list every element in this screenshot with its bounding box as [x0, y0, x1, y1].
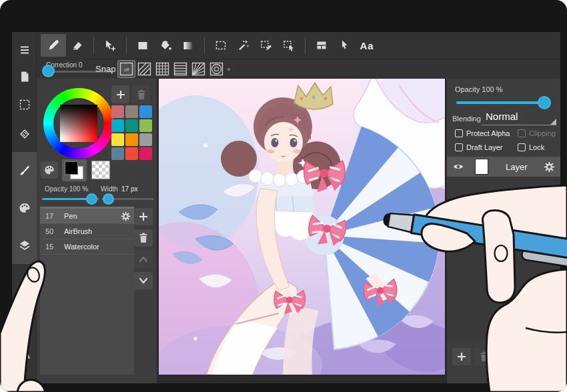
palette-popup-button[interactable] [41, 161, 58, 179]
color-swatch[interactable] [139, 133, 152, 146]
add-layer-button[interactable] [452, 348, 471, 365]
brush-row-pen[interactable]: 17 Pen [40, 209, 134, 224]
color-swatch[interactable] [139, 147, 152, 160]
divide-tool-button[interactable] [310, 35, 333, 56]
delete-brush-button[interactable] [134, 229, 153, 247]
layer-opacity-knob[interactable] [538, 96, 551, 109]
add-brush-button[interactable] [134, 208, 153, 225]
snap-vanishing-point-button[interactable] [190, 61, 207, 77]
foreground-background-chip[interactable] [62, 159, 87, 181]
marquee-icon [214, 39, 227, 52]
sidebar-item-select[interactable] [12, 93, 37, 116]
brush-move-up-button[interactable] [134, 251, 153, 268]
snap-concentric-button[interactable] [208, 61, 225, 77]
color-swatch[interactable] [139, 119, 152, 132]
color-swatch[interactable] [111, 105, 124, 118]
layer-thumbnail [475, 159, 488, 175]
layer-name: Layer [506, 162, 544, 172]
delete-swatch-button[interactable] [132, 85, 150, 103]
color-swatch[interactable] [125, 133, 138, 146]
sidebar-item-brush[interactable] [12, 152, 37, 189]
transparent-color-chip[interactable] [91, 161, 110, 179]
delete-layer-button[interactable] [475, 348, 494, 365]
sidebar-item-redo[interactable] [12, 308, 37, 331]
sidebar-item-undo[interactable] [12, 344, 37, 367]
shape-tool-button[interactable] [131, 35, 154, 56]
blending-dropdown[interactable]: Normal [482, 109, 556, 125]
brush-name: Pen [64, 212, 77, 220]
pen-tool-button[interactable] [41, 34, 66, 57]
main-toolbar: Aa [37, 32, 560, 59]
color-swatch[interactable] [111, 147, 124, 160]
color-swatch[interactable] [139, 105, 152, 118]
layer-row[interactable]: Layer [447, 157, 560, 177]
gear-icon [544, 161, 555, 173]
brush-row-watercolor[interactable]: 15 Watercolor [40, 239, 134, 255]
brush-list: 17 Pen 50 AirBrush 15 Watercolor [40, 207, 134, 375]
select-pen-button[interactable] [255, 35, 277, 56]
select-move-button[interactable] [277, 35, 300, 56]
snap-grid-button[interactable] [154, 61, 171, 77]
cursor-tool-button[interactable] [333, 35, 356, 56]
chevron-up-icon [137, 253, 150, 266]
brush-size: 17 [45, 212, 60, 220]
brush-name: AirBrush [64, 227, 92, 235]
saturation-value-square[interactable] [60, 105, 97, 142]
snap-label: Snap [95, 64, 115, 74]
correction-slider-knob[interactable] [42, 65, 55, 77]
select-move-icon [282, 39, 296, 52]
fill-tool-button[interactable] [154, 35, 177, 56]
brush-name: Watercolor [64, 243, 99, 251]
brush-move-down-button[interactable] [134, 272, 153, 289]
lock-checkbox[interactable]: Lock [518, 143, 544, 151]
layer-extra-button[interactable] [498, 348, 516, 365]
color-swatch[interactable] [125, 105, 138, 118]
protect-alpha-checkbox[interactable]: Protect Alpha [455, 129, 510, 137]
color-swatch[interactable] [111, 119, 124, 132]
snap-horizontal-button[interactable] [172, 61, 189, 77]
eraser-tool-button[interactable] [66, 35, 89, 56]
text-tool-button[interactable]: Aa [356, 35, 378, 56]
add-swatch-button[interactable] [111, 85, 129, 103]
plus-icon [455, 350, 468, 363]
toolbar-divider [93, 37, 94, 53]
select-tool-button[interactable] [209, 35, 232, 56]
brush-width-knob[interactable] [103, 193, 114, 205]
color-swatch[interactable] [111, 133, 124, 146]
layers-icon [18, 239, 31, 252]
color-swatch[interactable] [125, 147, 138, 160]
sidebar-active-group [12, 152, 37, 264]
move-cursor-icon [103, 39, 117, 52]
snap-off-button[interactable]: off [118, 61, 135, 77]
layer-settings-button[interactable] [544, 161, 555, 173]
snap-parallel-button[interactable] [136, 61, 153, 77]
layer-visibility-button[interactable] [452, 161, 464, 173]
toolbar-divider [126, 37, 127, 53]
sidebar-item-transform[interactable] [12, 123, 37, 145]
layer-panel: Opacity 100 % Blending Normal Protect Al… [447, 79, 560, 383]
clipping-checkbox[interactable]: Clipping [518, 129, 556, 137]
brush-settings-button[interactable] [121, 211, 131, 221]
brush-row-airbrush[interactable]: 50 AirBrush [40, 224, 134, 239]
sidebar-item-menu[interactable] [12, 39, 37, 61]
drawing-canvas[interactable] [159, 79, 445, 375]
pen-icon [47, 39, 60, 52]
sidebar-item-file[interactable] [12, 65, 37, 88]
app-screen: Aa Correction 0 Snap off [12, 32, 560, 383]
brush-icon [18, 164, 31, 177]
blending-value: Normal [486, 111, 518, 122]
menu-icon [18, 43, 31, 57]
brush-opacity-knob[interactable] [86, 193, 97, 205]
magic-wand-button[interactable] [232, 35, 255, 56]
color-swatch[interactable] [125, 119, 138, 132]
palette-icon [43, 164, 55, 176]
toolbar-divider [204, 37, 205, 53]
eraser-icon [71, 39, 84, 52]
sidebar-item-layers[interactable] [12, 227, 37, 264]
draft-layer-checkbox[interactable]: Draft Layer [455, 143, 502, 151]
snap-horizontal-icon [173, 62, 187, 76]
gradient-tool-button[interactable] [177, 35, 199, 56]
sidebar-item-palette[interactable] [12, 189, 37, 227]
move-tool-button[interactable] [99, 35, 121, 56]
marquee-icon [18, 98, 31, 111]
